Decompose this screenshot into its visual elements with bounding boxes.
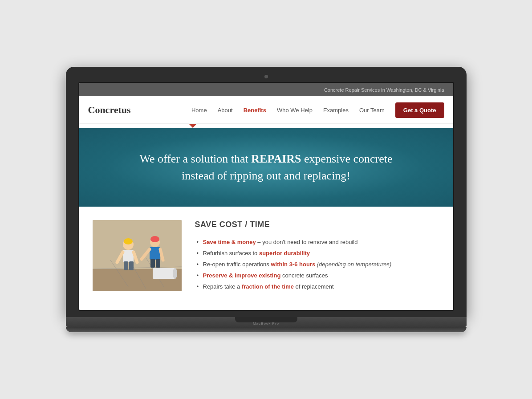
nav-item-benefits[interactable]: Benefits — [244, 106, 266, 114]
nav-item-examples[interactable]: Examples — [323, 106, 349, 114]
laptop-camera — [264, 75, 268, 78]
hero-banner: We offer a solution that REPAIRS expensi… — [79, 128, 453, 206]
nav-link-examples[interactable]: Examples — [323, 107, 349, 114]
nav-item-team[interactable]: Our Team — [359, 106, 385, 114]
benefit-5-prefix: Repairs take a — [203, 283, 242, 290]
benefit-item-2: Refurbish surfaces to superior durabilit… — [195, 248, 440, 259]
svg-rect-22 — [156, 259, 160, 268]
hero-text-line2: instead of ripping out and replacing! — [182, 169, 350, 182]
nav-item-cta[interactable]: Get a Quote — [395, 106, 444, 114]
nav-link-benefits[interactable]: Benefits — [244, 107, 266, 114]
laptop-frame: Concrete Repair Services in Washington, … — [66, 67, 467, 317]
hero-headline: We offer a solution that REPAIRS expensi… — [115, 151, 418, 184]
macbook-label: MacBook Pro — [253, 322, 279, 326]
site-logo: Concretus — [88, 104, 131, 116]
svg-point-8 — [173, 268, 177, 279]
svg-rect-11 — [123, 250, 134, 262]
svg-rect-7 — [153, 268, 175, 279]
nav-link-about[interactable]: About — [218, 107, 233, 114]
benefit-5-rest: of replacement — [294, 283, 334, 290]
logo-bold: us — [122, 104, 131, 115]
nav-indicator-triangle — [189, 124, 197, 128]
nav-link-home[interactable]: Home — [191, 107, 207, 114]
nav-item-who[interactable]: Who We Help — [277, 106, 313, 114]
benefit-item-5: Repairs take a fraction of the time of r… — [195, 281, 440, 292]
hero-text-highlight: REPAIRS — [251, 152, 301, 165]
svg-rect-15 — [129, 261, 134, 270]
nav-links: Home About Benefits Who We Help Examples — [191, 106, 444, 114]
benefit-3-prefix: Re-open traffic operations — [203, 261, 271, 268]
benefit-item-4: Preserve & improve existing concrete sur… — [195, 270, 440, 281]
workers-image — [93, 220, 182, 291]
nav-link-team[interactable]: Our Team — [359, 107, 385, 114]
benefit-3-italic: (depending on temperatures) — [315, 261, 391, 268]
svg-point-17 — [150, 236, 159, 242]
logo-regular: Concret — [88, 104, 122, 115]
laptop-screen: Concrete Repair Services in Washington, … — [78, 82, 454, 310]
svg-rect-18 — [150, 247, 160, 260]
content-section: SAVE COST / TIME Save time & money – you… — [79, 207, 453, 310]
benefit-item-3: Re-open traffic operations within 3-6 ho… — [195, 259, 440, 270]
benefit-4-rest: concrete surfaces — [280, 272, 328, 279]
hero-text-part1: We offer a solution that — [139, 152, 251, 165]
nav-link-who[interactable]: Who We Help — [277, 107, 313, 114]
nav-item-home[interactable]: Home — [191, 106, 207, 114]
benefit-5-highlight: fraction of the time — [242, 283, 294, 290]
benefits-title: SAVE COST / TIME — [195, 220, 440, 229]
benefit-1-rest: – you don't need to remove and rebuild — [256, 239, 358, 245]
benefit-2-prefix: Refurbish surfaces to — [203, 250, 259, 256]
site-nav: Concretus Home About Benefits Who We Hel… — [79, 96, 453, 124]
nav-item-about[interactable]: About — [218, 106, 233, 114]
topbar-tagline: Concrete Repair Services in Washington, … — [324, 87, 444, 93]
nav-cta-button[interactable]: Get a Quote — [395, 102, 444, 118]
benefits-text: SAVE COST / TIME Save time & money – you… — [195, 220, 440, 292]
hero-text-part2: expensive concrete — [301, 152, 393, 165]
svg-rect-14 — [124, 261, 128, 270]
benefit-3-highlight: within 3-6 hours — [271, 261, 315, 268]
svg-rect-21 — [150, 259, 155, 268]
benefit-4-highlight: Preserve & improve existing — [203, 272, 281, 279]
site-topbar: Concrete Repair Services in Washington, … — [79, 83, 453, 96]
laptop-container: Concrete Repair Services in Washington, … — [66, 67, 467, 332]
laptop-base: MacBook Pro — [66, 317, 467, 327]
laptop-bottom — [66, 327, 467, 332]
svg-point-10 — [124, 238, 133, 244]
benefit-list: Save time & money – you don't need to re… — [195, 236, 440, 292]
benefit-1-highlight: Save time & money — [203, 239, 256, 245]
benefit-2-highlight: superior durability — [259, 250, 310, 256]
benefit-item-1: Save time & money – you don't need to re… — [195, 236, 440, 248]
